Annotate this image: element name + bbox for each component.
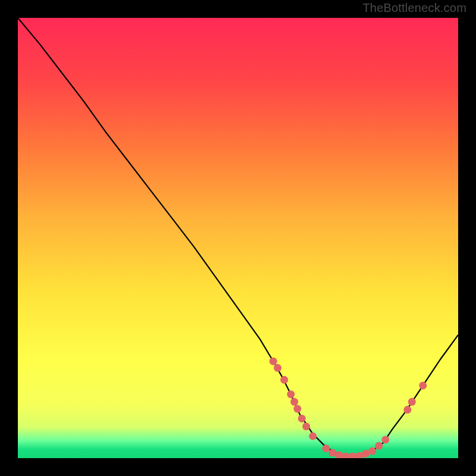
chart-plot-area bbox=[18, 18, 458, 458]
marker-point bbox=[329, 449, 337, 457]
marker-point bbox=[302, 422, 310, 430]
marker-point bbox=[408, 398, 416, 406]
marker-point bbox=[322, 444, 330, 452]
marker-point bbox=[287, 390, 295, 398]
marker-point bbox=[293, 405, 301, 413]
marker-point bbox=[336, 451, 343, 458]
marker-point bbox=[349, 453, 356, 458]
marker-point bbox=[280, 376, 288, 384]
chart-svg bbox=[18, 18, 458, 458]
marker-point bbox=[403, 406, 411, 414]
marker-point bbox=[309, 433, 317, 440]
marker-point bbox=[368, 447, 376, 455]
markers-group bbox=[270, 358, 427, 458]
marker-point bbox=[342, 453, 350, 458]
marker-point bbox=[381, 436, 389, 443]
marker-point bbox=[362, 450, 369, 458]
marker-point bbox=[270, 358, 277, 365]
marker-point bbox=[375, 442, 383, 450]
bottleneck-curve bbox=[18, 18, 458, 457]
chart-frame bbox=[11, 11, 465, 465]
attribution-text: TheBottleneck.com bbox=[362, 1, 466, 15]
marker-point bbox=[290, 398, 298, 406]
marker-point bbox=[298, 415, 306, 422]
marker-point bbox=[419, 381, 427, 389]
marker-point bbox=[355, 452, 363, 458]
marker-point bbox=[274, 364, 281, 372]
